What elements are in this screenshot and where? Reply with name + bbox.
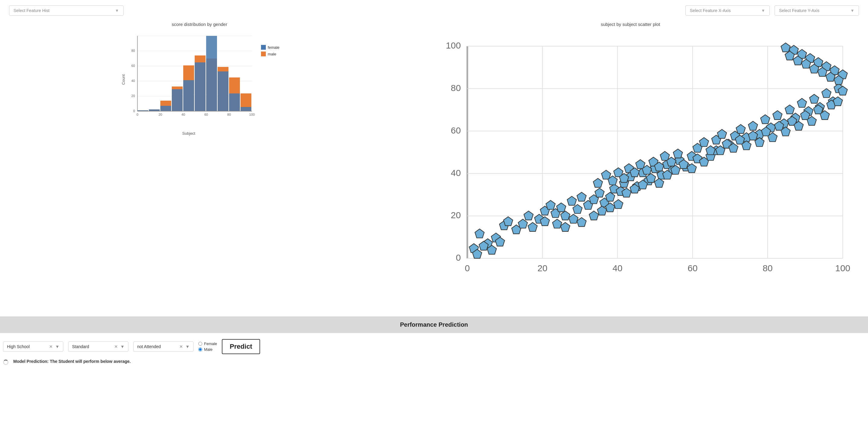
test-prep-dropdown[interactable]: not Attended ✕ ▼	[133, 341, 193, 352]
svg-text:40: 40	[181, 113, 185, 116]
model-prediction-result: Model Prediction: The Student will perfo…	[10, 358, 134, 367]
loading-spinner	[3, 360, 8, 365]
prediction-section: Performance Prediction	[0, 316, 868, 333]
test-prep-clear-btn[interactable]: ✕	[179, 344, 183, 349]
legend-male-color	[261, 52, 266, 56]
education-chevron-icon: ▼	[55, 344, 59, 349]
hist-bar-female	[172, 89, 183, 111]
hist-bar-female	[241, 107, 251, 111]
xaxis-dropdown-placeholder: Select Feature X-Axis	[690, 8, 731, 13]
education-dropdown[interactable]: High School ✕ ▼	[3, 341, 63, 352]
svg-text:80: 80	[131, 49, 135, 53]
svg-text:100: 100	[446, 40, 461, 50]
top-controls: Select Feature Hist ▼ Select Feature X-A…	[0, 0, 868, 19]
prediction-title: Performance Prediction	[9, 321, 859, 328]
svg-text:20: 20	[537, 263, 547, 273]
svg-text:40: 40	[451, 168, 461, 178]
svg-text:40: 40	[613, 263, 622, 273]
male-radio[interactable]	[198, 347, 202, 351]
hist-bar-female	[149, 110, 160, 111]
svg-text:100: 100	[249, 113, 255, 116]
scatter-title: subject by subject scatter plot	[601, 22, 660, 27]
svg-text:20: 20	[131, 94, 135, 98]
hist-chart-area: Count 0 20 40 60 80	[119, 30, 258, 136]
hist-legend: female male	[261, 45, 279, 56]
yaxis-feature-dropdown[interactable]: Select Feature Y-Axis ▼	[775, 5, 859, 16]
hist-title: score distribution by gender	[172, 22, 227, 27]
histogram-svg: Count 0 20 40 60 80	[119, 30, 258, 129]
svg-text:60: 60	[131, 64, 135, 67]
lunch-clear-btn[interactable]: ✕	[114, 344, 118, 349]
education-clear-btn[interactable]: ✕	[49, 344, 53, 349]
scatter-container: subject by subject scatter plot 0 20 40 …	[402, 22, 859, 307]
svg-text:60: 60	[204, 113, 208, 116]
hist-bar-female	[206, 36, 217, 111]
hist-bar-female	[218, 71, 228, 111]
predict-button[interactable]: Predict	[222, 339, 260, 354]
scatter-svg: 0 20 40 60 80 100 0 20 40 60 80 100	[402, 30, 859, 307]
hist-bar-female	[195, 62, 206, 111]
lunch-value: Standard	[72, 344, 89, 349]
svg-text:100: 100	[835, 263, 850, 273]
female-radio-item[interactable]: Female	[198, 341, 217, 346]
lunch-chevron-icon: ▼	[120, 344, 124, 349]
legend-female-label: female	[268, 45, 279, 50]
svg-text:0: 0	[133, 109, 135, 113]
charts-row: score distribution by gender Count	[0, 19, 868, 313]
hist-feature-dropdown[interactable]: Select Feature Hist ▼	[9, 5, 124, 16]
prediction-controls: High School ✕ ▼ Standard ✕ ▼ not Attende…	[0, 333, 868, 356]
hist-wrapper: Count 0 20 40 60 80	[119, 30, 279, 136]
xaxis-chevron-icon: ▼	[761, 8, 765, 13]
svg-text:60: 60	[687, 263, 698, 273]
lunch-dropdown[interactable]: Standard ✕ ▼	[68, 341, 128, 352]
yaxis-dropdown-placeholder: Select Feature Y-Axis	[779, 8, 819, 13]
xaxis-feature-dropdown[interactable]: Select Feature X-Axis ▼	[685, 5, 770, 16]
test-prep-value: not Attended	[137, 344, 161, 349]
svg-text:40: 40	[131, 79, 135, 83]
svg-text:80: 80	[227, 113, 231, 116]
hist-ylabel: Count	[121, 74, 126, 85]
hist-dropdown-placeholder: Select Feature Hist	[13, 8, 50, 13]
legend-female: female	[261, 45, 279, 50]
gender-radio-group: Female Male	[198, 341, 217, 352]
hist-bar-female	[229, 93, 240, 111]
svg-text:0: 0	[456, 253, 461, 262]
education-value: High School	[7, 344, 30, 349]
svg-text:80: 80	[763, 263, 772, 273]
hist-chevron-icon: ▼	[115, 8, 119, 13]
svg-text:20: 20	[158, 113, 162, 116]
svg-text:0: 0	[465, 263, 470, 273]
result-area: Model Prediction: The Student will perfo…	[0, 356, 868, 372]
legend-female-color	[261, 45, 266, 50]
svg-text:0: 0	[136, 113, 138, 116]
yaxis-chevron-icon: ▼	[850, 8, 855, 13]
hist-bar-female	[160, 106, 171, 111]
legend-male: male	[261, 52, 279, 56]
hist-xlabel: Subject	[182, 131, 195, 136]
male-radio-item[interactable]: Male	[198, 347, 217, 352]
svg-text:60: 60	[451, 125, 461, 135]
hist-bar-female	[183, 80, 194, 111]
svg-marker-47	[402, 30, 407, 34]
male-radio-label: Male	[204, 347, 213, 352]
histogram-container: score distribution by gender Count	[9, 22, 390, 307]
svg-text:20: 20	[451, 210, 461, 220]
female-radio-label: Female	[204, 341, 217, 346]
female-radio[interactable]	[198, 342, 202, 346]
test-prep-chevron-icon: ▼	[185, 344, 190, 349]
axis-dropdowns: Select Feature X-Axis ▼ Select Feature Y…	[685, 5, 859, 16]
svg-text:80: 80	[451, 83, 461, 93]
legend-male-label: male	[268, 52, 276, 56]
